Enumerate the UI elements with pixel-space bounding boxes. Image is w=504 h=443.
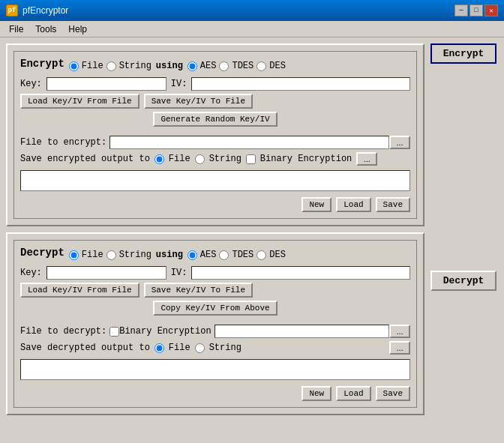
- decrypt-panel: Decrypt File String using AES TDES: [6, 232, 424, 415]
- decrypt-save-key-button[interactable]: Save Key/IV To File: [144, 283, 253, 298]
- decrypt-key-label: Key:: [20, 268, 42, 278]
- decrypt-aes-radio[interactable]: [188, 250, 197, 260]
- encrypt-save-string-radio[interactable]: [195, 154, 205, 164]
- encrypt-save-output-label: Save encrypted output to: [20, 154, 150, 164]
- encrypt-action-button[interactable]: Encrypt: [430, 43, 496, 64]
- decrypt-save-output-row: Save decrypted output to File String ...: [20, 341, 410, 355]
- decrypt-tdes-radio[interactable]: [219, 250, 229, 260]
- encrypt-title-row: Encrypt File String using AES TDES: [20, 58, 410, 74]
- menu-tools[interactable]: Tools: [29, 22, 62, 36]
- decrypt-binary-checkbox[interactable]: [110, 327, 119, 337]
- decrypt-output-textarea[interactable]: [20, 359, 410, 380]
- decrypt-browse-button[interactable]: ...: [389, 325, 410, 338]
- menu-bar: File Tools Help: [0, 21, 504, 37]
- decrypt-save-browse-button[interactable]: ...: [389, 341, 410, 355]
- encrypt-iv-input[interactable]: [191, 77, 410, 91]
- encrypt-output-textarea[interactable]: [20, 170, 410, 191]
- encrypt-save-browse-button[interactable]: ...: [356, 152, 377, 166]
- decrypt-file-to-decrypt-label: File to decrypt:: [20, 326, 106, 337]
- encrypt-save-file-radio[interactable]: [154, 154, 164, 164]
- decrypt-key-input[interactable]: [46, 266, 166, 280]
- decrypt-title-row: Decrypt File String using AES TDES: [20, 247, 410, 263]
- decrypt-new-button[interactable]: New: [302, 386, 332, 401]
- decrypt-file-label: File: [82, 250, 104, 260]
- decrypt-binary-label: Binary Encryption: [119, 326, 211, 337]
- encrypt-aes-radio[interactable]: [188, 61, 197, 71]
- decrypt-save-string-label: String: [209, 343, 242, 353]
- encrypt-file-input[interactable]: [110, 136, 389, 149]
- menu-file[interactable]: File: [3, 22, 29, 36]
- decrypt-copy-key-row: Copy Key/IV From Above: [20, 301, 410, 316]
- title-bar: pf pfEncryptor ─ □ ✕: [0, 0, 504, 21]
- minimize-button[interactable]: ─: [454, 4, 468, 16]
- encrypt-string-radio[interactable]: [106, 61, 116, 71]
- decrypt-using-label: using: [156, 250, 183, 260]
- decrypt-load-button[interactable]: Load: [336, 386, 370, 401]
- encrypt-des-radio[interactable]: [256, 61, 266, 71]
- decrypt-load-key-button[interactable]: Load Key/IV From File: [20, 283, 140, 298]
- window-title: pfEncryptor: [22, 5, 68, 16]
- decrypt-tdes-label: TDES: [232, 250, 254, 260]
- side-buttons: Encrypt Decrypt: [430, 43, 498, 437]
- encrypt-tdes-label: TDES: [232, 61, 254, 71]
- encrypt-load-key-button[interactable]: Load Key/IV From File: [20, 94, 140, 109]
- encrypt-aes-label: AES: [200, 61, 217, 71]
- decrypt-algo-group: AES TDES DES: [188, 250, 286, 260]
- encrypt-key-input[interactable]: [46, 77, 166, 91]
- encrypt-save-button[interactable]: Save: [376, 197, 410, 212]
- encrypt-save-key-button[interactable]: Save Key/IV To File: [144, 94, 253, 109]
- title-buttons: ─ □ ✕: [454, 4, 498, 16]
- encrypt-panel-inner: Encrypt File String using AES TDES: [14, 51, 417, 219]
- encrypt-title: Encrypt: [20, 58, 64, 70]
- decrypt-string-label: String: [119, 250, 152, 260]
- encrypt-panel: Encrypt File String using AES TDES: [6, 43, 424, 226]
- encrypt-file-to-encrypt-label: File to encrypt:: [20, 137, 106, 148]
- encrypt-load-button[interactable]: Load: [336, 197, 370, 212]
- encrypt-des-label: DES: [269, 61, 286, 71]
- decrypt-action-buttons: New Load Save: [20, 386, 410, 401]
- decrypt-panel-inner: Decrypt File String using AES TDES: [14, 240, 417, 408]
- encrypt-save-output-row: Save encrypted output to File String Bin…: [20, 152, 410, 166]
- decrypt-des-label: DES: [269, 250, 286, 260]
- close-button[interactable]: ✕: [484, 4, 498, 16]
- encrypt-browse-button[interactable]: ...: [389, 136, 410, 149]
- decrypt-key-row: Key: IV:: [20, 266, 410, 280]
- decrypt-file-radio[interactable]: [69, 250, 79, 260]
- decrypt-string-radio[interactable]: [106, 250, 116, 260]
- panels: Encrypt File String using AES TDES: [6, 43, 424, 437]
- decrypt-save-button[interactable]: Save: [376, 386, 410, 401]
- decrypt-des-radio[interactable]: [256, 250, 266, 260]
- decrypt-copy-key-button[interactable]: Copy Key/IV From Above: [153, 301, 277, 316]
- main-content: Encrypt File String using AES TDES: [0, 37, 504, 443]
- decrypt-save-file-radio[interactable]: [154, 343, 164, 353]
- app-icon: pf: [6, 4, 18, 16]
- encrypt-action-buttons: New Load Save: [20, 197, 410, 212]
- encrypt-iv-label: IV:: [171, 79, 188, 89]
- menu-help[interactable]: Help: [62, 22, 93, 36]
- decrypt-file-row: File to decrypt: Binary Encryption ...: [20, 325, 410, 338]
- encrypt-binary-checkbox[interactable]: [246, 154, 256, 164]
- encrypt-save-file-label: File: [169, 154, 190, 164]
- encrypt-algo-group: AES TDES DES: [188, 61, 286, 71]
- decrypt-key-buttons-row: Load Key/IV From File Save Key/IV To Fil…: [20, 283, 410, 298]
- encrypt-new-button[interactable]: New: [302, 197, 332, 212]
- decrypt-save-file-label: File: [169, 343, 190, 353]
- decrypt-save-string-radio[interactable]: [195, 343, 205, 353]
- encrypt-file-label: File: [82, 61, 104, 71]
- encrypt-tdes-radio[interactable]: [219, 61, 229, 71]
- encrypt-key-label: Key:: [20, 79, 42, 89]
- encrypt-save-string-label: String: [209, 154, 242, 164]
- decrypt-title: Decrypt: [20, 247, 64, 259]
- encrypt-key-buttons-row: Load Key/IV From File Save Key/IV To Fil…: [20, 94, 410, 109]
- encrypt-source-group: File String: [69, 61, 152, 71]
- decrypt-action-button[interactable]: Decrypt: [430, 271, 496, 291]
- maximize-button[interactable]: □: [470, 4, 483, 16]
- decrypt-iv-input[interactable]: [191, 266, 410, 280]
- decrypt-file-input[interactable]: [214, 325, 389, 338]
- encrypt-gen-key-button[interactable]: Generate Random Key/IV: [153, 112, 277, 127]
- decrypt-source-group: File String: [69, 250, 152, 260]
- encrypt-file-row: File to encrypt: ...: [20, 136, 410, 149]
- decrypt-save-output-label: Save decrypted output to: [20, 343, 150, 353]
- encrypt-file-radio[interactable]: [69, 61, 79, 71]
- encrypt-key-row: Key: IV:: [20, 77, 410, 91]
